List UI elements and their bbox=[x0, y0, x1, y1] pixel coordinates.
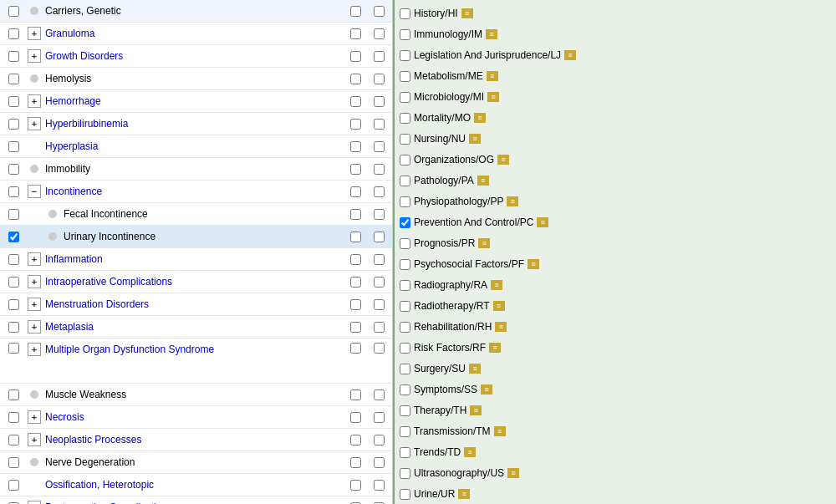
note-icon-microbiology-mi[interactable]: ≡ bbox=[487, 92, 499, 102]
row-check2-immobility[interactable] bbox=[367, 164, 390, 175]
row-check1-nerve-degeneration[interactable] bbox=[344, 457, 367, 468]
row-check1-ossification[interactable] bbox=[344, 480, 367, 491]
row-link-intraoperative-complications[interactable]: Intraoperative Complications bbox=[45, 276, 172, 288]
note-icon-therapy-th[interactable]: ≡ bbox=[470, 405, 482, 415]
expand-btn-necrosis[interactable]: + bbox=[25, 410, 43, 424]
minus-icon-incontinence[interactable]: − bbox=[28, 185, 41, 198]
note-icon-pathology-pa[interactable]: ≡ bbox=[477, 176, 489, 186]
note-icon-surgery-su[interactable]: ≡ bbox=[469, 364, 481, 374]
row-check2-carriers-genetic[interactable] bbox=[367, 6, 390, 17]
row-checkbox-menstruation-disorders[interactable] bbox=[2, 299, 25, 310]
row-checkbox-necrosis[interactable] bbox=[2, 412, 25, 423]
row-link-hyperplasia[interactable]: Hyperplasia bbox=[45, 140, 98, 152]
expand-btn-menstruation-disorders[interactable]: + bbox=[25, 298, 43, 311]
subheading-checkbox-metabolism-me[interactable] bbox=[400, 71, 410, 82]
expand-btn-metaplasia[interactable]: + bbox=[25, 320, 43, 333]
row-checkbox-hyperbilirubinemia[interactable] bbox=[2, 119, 25, 130]
subheading-checkbox-psychosocial-pf[interactable] bbox=[400, 259, 410, 270]
row-link-hemorrhage[interactable]: Hemorrhage bbox=[45, 95, 101, 107]
row-check2-intraoperative-complications[interactable] bbox=[367, 277, 390, 288]
row-checkbox-neoplastic-processes[interactable] bbox=[2, 435, 25, 445]
subheading-checkbox-legislation-lj[interactable] bbox=[400, 50, 410, 61]
row-link-necrosis[interactable]: Necrosis bbox=[45, 411, 84, 423]
row-check2-urinary-incontinence[interactable] bbox=[367, 232, 390, 242]
expand-multiple-organ[interactable]: + bbox=[25, 343, 43, 356]
expand-btn-inflammation[interactable]: + bbox=[25, 252, 43, 266]
row-link-growth-disorders[interactable]: Growth Disorders bbox=[45, 50, 123, 62]
row-check2-metaplasia[interactable] bbox=[367, 322, 390, 333]
row-check2-muscle-weakness[interactable] bbox=[367, 389, 390, 400]
row-check1-intraoperative-complications[interactable] bbox=[344, 277, 367, 288]
subheading-checkbox-microbiology-mi[interactable] bbox=[400, 92, 410, 103]
note-icon-psychosocial-pf[interactable]: ≡ bbox=[528, 259, 539, 269]
row-check1-hemorrhage[interactable] bbox=[344, 96, 367, 107]
row-link-menstruation-disorders[interactable]: Menstruation Disorders bbox=[45, 298, 149, 310]
subheading-checkbox-symptoms-ss[interactable] bbox=[400, 384, 410, 395]
row-link-metaplasia[interactable]: Metaplasia bbox=[45, 321, 94, 333]
subheading-checkbox-physiopathology-pp[interactable] bbox=[400, 196, 410, 207]
subheading-checkbox-radiography-ra[interactable] bbox=[400, 280, 410, 291]
subheading-checkbox-history-hi[interactable] bbox=[400, 8, 410, 19]
row-checkbox-incontinence[interactable] bbox=[2, 186, 25, 197]
row-link-incontinence[interactable]: Incontinence bbox=[45, 186, 102, 197]
note-icon-physiopathology-pp[interactable]: ≡ bbox=[507, 196, 518, 206]
row-checkbox-muscle-weakness[interactable] bbox=[2, 389, 25, 400]
plus-icon-postoperative-complications[interactable]: + bbox=[28, 501, 41, 504]
row-checkbox-hemolysis[interactable] bbox=[2, 74, 25, 84]
row-check1-metaplasia[interactable] bbox=[344, 322, 367, 333]
row-check2-incontinence[interactable] bbox=[367, 186, 390, 197]
row-check2-growth-disorders[interactable] bbox=[367, 51, 390, 62]
subheading-checkbox-urine-ur[interactable] bbox=[400, 489, 410, 500]
expand-btn-granuloma[interactable]: + bbox=[25, 27, 43, 40]
row-check1-hemolysis[interactable] bbox=[344, 74, 367, 84]
note-icon-transmission-tm[interactable]: ≡ bbox=[494, 426, 506, 436]
plus-icon-hemorrhage[interactable]: + bbox=[28, 94, 41, 108]
row-check2-menstruation-disorders[interactable] bbox=[367, 299, 390, 310]
note-icon-urine-ur[interactable]: ≡ bbox=[458, 489, 470, 499]
subheading-checkbox-trends-td[interactable] bbox=[400, 447, 410, 458]
subheading-checkbox-radiotherapy-rt[interactable] bbox=[400, 301, 410, 312]
note-icon-history-hi[interactable]: ≡ bbox=[461, 8, 473, 18]
subheading-checkbox-immunology-im[interactable] bbox=[400, 29, 410, 40]
note-icon-immunology-im[interactable]: ≡ bbox=[486, 29, 497, 39]
row-check1-carriers-genetic[interactable] bbox=[344, 6, 367, 17]
plus-icon-hyperbilirubinemia[interactable]: + bbox=[28, 117, 41, 130]
row-check1-menstruation-disorders[interactable] bbox=[344, 299, 367, 310]
row-checkbox-fecal-incontinence[interactable] bbox=[2, 209, 25, 220]
row-check2-neoplastic-processes[interactable] bbox=[367, 435, 390, 445]
subheading-checkbox-risk-factors-rf[interactable] bbox=[400, 343, 410, 354]
row-checkbox-carriers-genetic[interactable] bbox=[2, 6, 25, 17]
row-checkbox-hemorrhage[interactable] bbox=[2, 96, 25, 107]
row-check2-multiple-organ[interactable] bbox=[367, 343, 390, 354]
row-checkbox-granuloma[interactable] bbox=[2, 28, 25, 39]
row-checkbox-ossification[interactable] bbox=[2, 480, 25, 491]
note-icon-metabolism-me[interactable]: ≡ bbox=[487, 71, 498, 81]
expand-btn-hyperbilirubinemia[interactable]: + bbox=[25, 117, 43, 130]
row-checkbox-growth-disorders[interactable] bbox=[2, 51, 25, 62]
subheading-checkbox-pathology-pa[interactable] bbox=[400, 176, 410, 186]
subheading-checkbox-rehabilitation-rh[interactable] bbox=[400, 322, 410, 333]
plus-icon-necrosis[interactable]: + bbox=[28, 410, 41, 424]
expand-btn-postoperative-complications[interactable]: + bbox=[25, 501, 43, 504]
row-check2-hemorrhage[interactable] bbox=[367, 96, 390, 107]
row-check1-granuloma[interactable] bbox=[344, 28, 367, 39]
plus-icon-intraoperative-complications[interactable]: + bbox=[28, 275, 41, 288]
row-link-granuloma[interactable]: Granuloma bbox=[45, 28, 94, 39]
plus-icon-granuloma[interactable]: + bbox=[28, 27, 41, 40]
row-link-neoplastic-processes[interactable]: Neoplastic Processes bbox=[45, 434, 141, 445]
note-icon-prevention-pc[interactable]: ≡ bbox=[537, 217, 548, 227]
note-icon-mortality-mo[interactable]: ≡ bbox=[474, 113, 486, 123]
subheading-checkbox-mortality-mo[interactable] bbox=[400, 113, 410, 124]
row-checkbox-urinary-incontinence[interactable] bbox=[2, 232, 25, 242]
note-icon-trends-td[interactable]: ≡ bbox=[464, 447, 476, 457]
row-link-ossification[interactable]: Ossification, Heterotopic bbox=[45, 479, 154, 491]
row-link-multiple-organ[interactable]: Multiple Organ Dysfunction Syndrome bbox=[45, 344, 214, 355]
plus-icon-metaplasia[interactable]: + bbox=[28, 320, 41, 333]
row-checkbox-immobility[interactable] bbox=[2, 164, 25, 175]
note-icon-symptoms-ss[interactable]: ≡ bbox=[481, 384, 492, 395]
row-link-inflammation[interactable]: Inflammation bbox=[45, 253, 103, 265]
subheading-checkbox-prognosis-pr[interactable] bbox=[400, 238, 410, 249]
note-icon-radiotherapy-rt[interactable]: ≡ bbox=[493, 301, 505, 311]
note-icon-organizations-og[interactable]: ≡ bbox=[497, 155, 509, 165]
row-checkbox-multiple-organ[interactable] bbox=[2, 343, 25, 354]
